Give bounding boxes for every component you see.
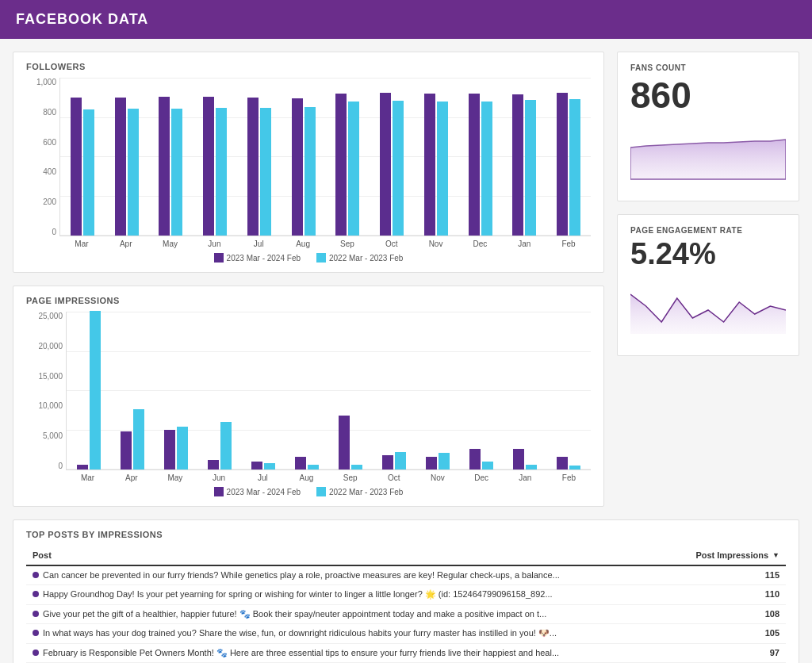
fans-count-card: FANS COUNT 860 [617, 52, 799, 201]
post-cell: In what ways has your dog trained you? S… [26, 624, 671, 643]
post-dot [33, 611, 39, 617]
left-column: FOLLOWERS 0 200 400 600 800 1,000 [13, 52, 604, 507]
x-label: Mar [59, 240, 104, 248]
legend-2023-imp: 2023 Mar - 2024 Feb [214, 487, 301, 496]
bar-purple [251, 462, 262, 469]
bar-purple [335, 94, 347, 236]
bar-group [110, 409, 154, 469]
post-cell: Happy Groundhog Day! Is your pet yearnin… [26, 585, 671, 604]
bar-purple [292, 98, 303, 236]
post-cell: Can cancer be prevented in our furry fri… [26, 565, 671, 585]
bar-group [414, 94, 458, 236]
right-column: FANS COUNT 860 PAGE ENGAGEMENT RATE 5.24… [617, 52, 799, 507]
impressions-chart-title: PAGE IMPRESSIONS [26, 296, 591, 305]
post-text: Happy Groundhog Day! Is your pet yearnin… [43, 588, 553, 600]
post-cell: Give your pet the gift of a healthier, h… [26, 604, 671, 623]
top-posts-section: TOP POSTS BY IMPRESSIONS Post Post Impre… [13, 519, 799, 663]
bar-purple [164, 430, 175, 469]
bar-cyan [482, 462, 493, 469]
bar-purple [159, 97, 170, 236]
bar-purple [203, 97, 214, 236]
impressions-column-header[interactable]: Post Impressions ▼ [671, 547, 786, 565]
fans-count-value: 860 [630, 75, 786, 116]
x-label: Feb [546, 240, 591, 248]
bar-cyan [304, 107, 316, 236]
post-impressions: 115 [671, 565, 786, 585]
y-label: 600 [26, 138, 56, 147]
bar-group [328, 416, 372, 469]
bar-group [546, 93, 591, 236]
followers-chart-title: FOLLOWERS [26, 62, 591, 71]
bar-cyan [260, 108, 271, 236]
followers-x-labels: MarAprMayJunJulAugSepOctNovDecJanFeb [59, 240, 591, 248]
bar-group [149, 97, 193, 236]
legend-2023: 2023 Mar - 2024 Feb [214, 253, 301, 263]
bar-cyan [83, 109, 94, 236]
bar-group [60, 98, 105, 236]
x-label: Apr [109, 473, 153, 482]
bar-purple [295, 457, 306, 469]
impressions-legend: 2023 Mar - 2024 Feb 2022 Mar - 2023 Feb [26, 487, 591, 496]
bar-cyan [264, 463, 275, 469]
post-impressions: 97 [671, 643, 786, 662]
header: FACEBOOK DATA [0, 0, 812, 39]
top-posts-title: TOP POSTS BY IMPRESSIONS [26, 530, 786, 539]
impressions-bars [66, 312, 591, 470]
legend-dot-purple [214, 487, 224, 496]
bar-group [193, 97, 237, 236]
bar-purple [469, 94, 480, 236]
x-label: Oct [370, 240, 414, 248]
bar-purple [247, 98, 259, 236]
bar-purple [424, 94, 435, 236]
post-impressions: 108 [671, 604, 786, 623]
x-label: Jan [504, 473, 547, 482]
bar-purple [339, 416, 350, 469]
svg-marker-0 [630, 140, 786, 179]
post-impressions: 110 [671, 585, 786, 604]
bar-group [547, 457, 591, 469]
legend-dot-cyan [316, 487, 326, 496]
bar-cyan [128, 109, 139, 236]
post-dot [33, 630, 39, 636]
bar-cyan [348, 102, 359, 236]
bar-group [458, 94, 503, 236]
fans-count-label: FANS COUNT [630, 63, 786, 72]
x-label: Jan [502, 240, 546, 248]
x-label: Jul [241, 473, 285, 482]
x-label: Dec [458, 240, 502, 248]
y-label: 0 [26, 462, 63, 470]
bar-cyan [526, 465, 537, 469]
bar-cyan [90, 311, 101, 469]
bar-purple [380, 93, 391, 236]
legend-dot-purple [214, 253, 224, 263]
followers-legend: 2023 Mar - 2024 Feb 2022 Mar - 2023 Feb [26, 253, 591, 263]
bar-purple [513, 449, 524, 469]
followers-bars [59, 78, 591, 236]
x-label: Aug [281, 240, 325, 248]
bar-purple [557, 457, 568, 469]
bar-cyan [133, 409, 144, 469]
post-impressions: 105 [671, 624, 786, 643]
bar-group [370, 93, 414, 236]
x-label: Apr [104, 240, 148, 248]
fans-mini-chart [630, 124, 786, 187]
legend-2022-imp: 2022 Mar - 2023 Feb [316, 487, 403, 496]
post-text: February is Responsible Pet Owners Month… [43, 647, 559, 659]
y-label: 25,000 [26, 312, 63, 320]
bar-group [67, 311, 110, 469]
bar-group [503, 94, 547, 236]
bar-cyan [308, 465, 319, 469]
bar-purple [71, 98, 82, 236]
x-label: May [153, 473, 197, 482]
bar-purple [77, 465, 88, 469]
bar-purple [426, 457, 437, 469]
impressions-chart-area: 0 5,000 10,000 15,000 20,000 25,000 [26, 312, 591, 496]
x-label: May [148, 240, 193, 248]
bar-group [282, 98, 326, 236]
bar-cyan [220, 422, 232, 469]
x-label: Oct [372, 473, 416, 482]
bar-cyan [569, 466, 580, 469]
y-label: 400 [26, 167, 56, 176]
bar-purple [208, 460, 219, 469]
bar-cyan [569, 99, 580, 236]
